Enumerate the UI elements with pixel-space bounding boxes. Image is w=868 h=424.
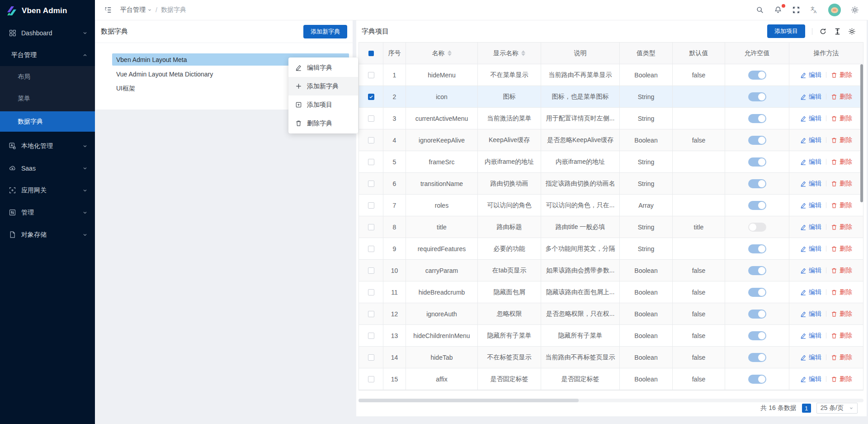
sidebar-item-saas[interactable]: Saas [0, 157, 95, 179]
edit-pencil-icon [800, 115, 807, 122]
edit-button[interactable]: 编辑 [800, 288, 821, 296]
delete-button[interactable]: 删除 [831, 332, 852, 340]
row-checkbox[interactable] [368, 224, 374, 230]
edit-button[interactable]: 编辑 [800, 332, 821, 340]
delete-button[interactable]: 删除 [831, 353, 852, 362]
row-checkbox[interactable] [368, 354, 374, 361]
page-size-select[interactable]: 25 条/页 [816, 403, 858, 414]
nullable-toggle[interactable] [748, 244, 766, 253]
nullable-toggle[interactable] [748, 266, 766, 275]
nullable-toggle[interactable] [748, 201, 766, 210]
delete-button[interactable]: 删除 [831, 223, 852, 231]
edit-button[interactable]: 编辑 [800, 310, 821, 318]
sidebar-item-object-storage[interactable]: 对象存储 [0, 224, 95, 246]
row-checkbox[interactable] [368, 202, 374, 209]
row-checkbox[interactable] [368, 289, 374, 295]
add-item-button[interactable]: 添加项目 [767, 24, 805, 38]
nullable-toggle[interactable] [748, 353, 766, 362]
sidebar-item-manage[interactable]: 管理 [0, 201, 95, 224]
delete-button[interactable]: 删除 [831, 375, 852, 383]
action-divider [826, 376, 826, 382]
delete-button[interactable]: 删除 [831, 158, 852, 166]
edit-button[interactable]: 编辑 [800, 158, 821, 166]
settings-gear-icon[interactable] [851, 6, 859, 14]
delete-button[interactable]: 删除 [831, 288, 852, 296]
row-checkbox[interactable] [368, 137, 374, 143]
nullable-toggle[interactable] [748, 114, 766, 123]
delete-button[interactable]: 删除 [831, 267, 852, 275]
sort-carets-icon[interactable] [448, 50, 452, 56]
edit-button[interactable]: 编辑 [800, 201, 821, 210]
context-menu-item[interactable]: 添加新字典 [288, 77, 358, 95]
delete-button[interactable]: 删除 [831, 71, 852, 79]
sidebar-item-platform[interactable]: 平台管理 [0, 44, 95, 66]
avatar[interactable] [828, 4, 841, 16]
menu-fold-icon[interactable] [104, 6, 112, 14]
edit-button[interactable]: 编辑 [800, 180, 821, 188]
edit-button[interactable]: 编辑 [800, 71, 821, 79]
horizontal-scrollbar-thumb[interactable] [359, 399, 579, 402]
breadcrumb-item-platform[interactable]: 平台管理 [120, 6, 152, 14]
header-cell-display-name[interactable]: 显示名称 [478, 43, 541, 64]
sidebar-item-layout[interactable]: 布局 [0, 66, 95, 88]
edit-button[interactable]: 编辑 [800, 267, 821, 275]
delete-button[interactable]: 删除 [831, 180, 852, 188]
row-checkbox[interactable] [368, 115, 374, 122]
row-checkbox[interactable] [368, 159, 374, 165]
fullscreen-icon[interactable] [792, 6, 800, 14]
sort-carets-icon[interactable] [521, 50, 525, 56]
nullable-toggle[interactable] [748, 157, 766, 167]
row-checkbox[interactable] [368, 311, 374, 317]
row-checkbox[interactable] [368, 376, 374, 382]
page-button-1[interactable]: 1 [802, 404, 811, 413]
vertical-scrollbar[interactable] [860, 64, 863, 202]
add-dictionary-button[interactable]: 添加新字典 [303, 25, 347, 38]
delete-button[interactable]: 删除 [831, 114, 852, 123]
select-all-checkbox[interactable] [368, 51, 374, 56]
nullable-toggle[interactable] [748, 179, 766, 188]
context-menu-item[interactable]: 删除字典 [288, 114, 358, 133]
delete-button[interactable]: 删除 [831, 93, 852, 101]
notification-button[interactable] [774, 6, 782, 14]
context-menu-item[interactable]: 添加项目 [288, 95, 358, 114]
edit-button[interactable]: 编辑 [800, 114, 821, 123]
edit-button[interactable]: 编辑 [800, 223, 821, 231]
search-icon[interactable] [756, 6, 764, 14]
delete-button[interactable]: 删除 [831, 245, 852, 253]
sidebar-item-dashboard[interactable]: Dashboard [0, 22, 95, 44]
row-checkbox[interactable] [368, 333, 374, 339]
header-cell-name[interactable]: 名称 [406, 43, 478, 64]
edit-button[interactable]: 编辑 [800, 375, 821, 383]
edit-button[interactable]: 编辑 [800, 353, 821, 362]
sidebar-item-data-dictionary[interactable]: 数据字典 [0, 111, 95, 132]
translate-icon[interactable]: 文A [810, 6, 818, 14]
delete-button[interactable]: 删除 [831, 201, 852, 210]
delete-button[interactable]: 删除 [831, 310, 852, 318]
sidebar-item-menu[interactable]: 菜单 [0, 88, 95, 110]
column-settings-gear-icon[interactable] [848, 28, 856, 35]
refresh-icon[interactable] [819, 28, 827, 35]
edit-button[interactable]: 编辑 [800, 245, 821, 253]
edit-button[interactable]: 编辑 [800, 93, 821, 101]
row-checkbox[interactable] [368, 72, 374, 78]
nullable-toggle[interactable] [748, 288, 766, 297]
edit-button[interactable]: 编辑 [800, 136, 821, 144]
row-checkbox[interactable] [368, 246, 374, 252]
nullable-toggle[interactable] [748, 331, 766, 340]
nullable-toggle[interactable] [748, 71, 766, 80]
sidebar-item-gateway[interactable]: 应用网关 [0, 179, 95, 201]
nullable-toggle[interactable] [748, 136, 766, 145]
app-logo[interactable]: Vben Admin [0, 0, 95, 22]
row-checkbox[interactable] [368, 94, 374, 100]
delete-button[interactable]: 删除 [831, 136, 852, 144]
nullable-toggle[interactable] [748, 223, 766, 232]
nullable-toggle[interactable] [748, 310, 766, 319]
nullable-toggle[interactable] [748, 375, 766, 384]
context-menu-item[interactable]: 编辑字典 [288, 58, 358, 77]
sidebar-item-localization[interactable]: 本地化管理 [0, 135, 95, 157]
row-checkbox[interactable] [368, 267, 374, 274]
context-menu-item-label: 添加项目 [307, 101, 332, 109]
nullable-toggle[interactable] [748, 92, 766, 101]
row-checkbox[interactable] [368, 181, 374, 187]
row-height-icon[interactable] [834, 28, 841, 35]
